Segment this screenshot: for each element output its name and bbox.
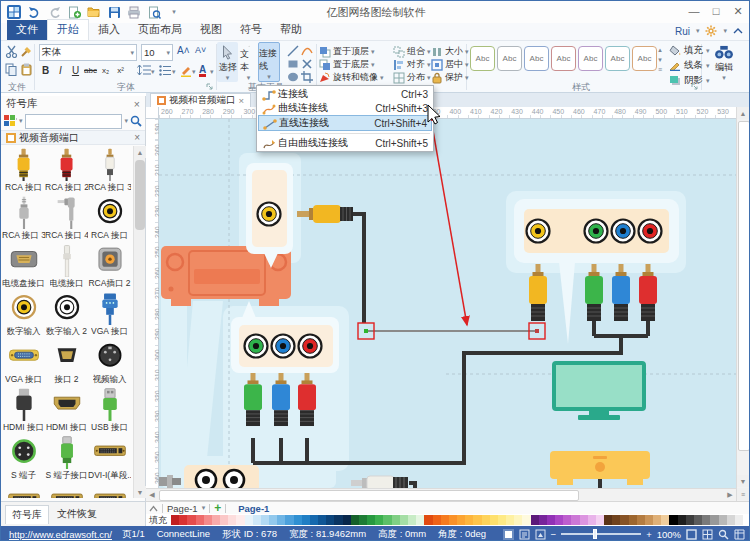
font-name-select[interactable]: 宋体▾ [39,44,137,61]
line-style-button[interactable]: 线条▾ [669,59,710,72]
edrawsoft-link[interactable]: http://www.edrawsoft.cn/ [9,529,112,540]
cut-icon[interactable] [5,45,18,58]
style-swatch-5[interactable]: Abc [605,46,630,71]
page-selector[interactable]: Page-1 [167,503,198,514]
zoom-in-button[interactable]: + [646,529,652,540]
vertical-scrollbar[interactable]: ▲ ▼ ≡ [736,107,750,501]
text-tool-button[interactable]: A 文本▾ [240,42,257,82]
menu-item-1[interactable]: 曲线连接线Ctrl+Shift+3 [258,101,432,115]
rca-socket-red[interactable] [299,335,322,358]
audio-socket-right[interactable] [224,470,244,488]
panel-close-icon[interactable]: × [134,98,140,110]
symbol-dvi-21[interactable] [2,482,45,498]
new-document-icon[interactable] [66,4,82,20]
palette-swatch-16[interactable] [302,515,310,525]
ribbon-tab-3[interactable]: 页面布局 [129,20,191,40]
palette-swatch-58[interactable] [645,515,653,525]
style-swatch-1[interactable]: Abc [497,46,522,71]
selected-connector-line[interactable] [358,323,545,339]
font-button-5[interactable]: x² [114,63,127,77]
rca-socket-blue[interactable] [272,335,295,358]
symbol-HDMI-接口[interactable]: HDMI 接口 [2,386,45,434]
palette-swatch-21[interactable] [343,515,351,525]
account-name[interactable]: Rui [675,26,690,37]
tv-socket-yellow[interactable] [527,220,550,243]
page-tab-page1[interactable]: Page-1 [230,503,277,514]
arrange-back-button[interactable]: 置于底层▾ [319,58,375,71]
symbol-HDMI-接口[interactable]: HDMI 接口 [45,386,88,434]
scroll-up-icon[interactable]: ▲ [737,107,749,119]
scroll-down-icon[interactable]: ▼ [134,486,146,498]
palette-swatch-61[interactable] [669,515,677,525]
palette-swatch-11[interactable] [261,515,269,525]
palette-swatch-0[interactable] [171,515,179,525]
palette-swatch-67[interactable] [719,515,727,525]
format-painter-icon[interactable] [20,45,33,58]
palette-swatch-10[interactable] [253,515,261,525]
palette-swatch-20[interactable] [334,515,342,525]
palette-swatch-17[interactable] [310,515,318,525]
palette-swatch-68[interactable] [727,515,735,525]
style-swatch-2[interactable]: Abc [524,46,549,71]
palette-swatch-53[interactable] [604,515,612,525]
font-button-2[interactable]: U [69,63,82,77]
zoom-slider-thumb[interactable] [593,529,597,539]
palette-swatch-2[interactable] [187,515,195,525]
open-icon[interactable] [86,4,102,20]
line-shape-icon[interactable] [287,45,299,57]
rca-socket-green[interactable] [245,335,268,358]
palette-swatch-66[interactable] [710,515,718,525]
fill-button[interactable]: 填充▾ [669,44,710,57]
ribbon-tab-1[interactable]: 开始 [47,19,89,40]
palette-swatch-64[interactable] [694,515,702,525]
symbol-S-端子[interactable]: S 端子 [2,434,45,482]
palette-swatch-25[interactable] [375,515,383,525]
symbol-RCA-接口[interactable]: RCA 接口 [88,194,131,242]
arrange-protect-button[interactable]: 保护▾ [431,71,469,84]
arrange-dist-button[interactable]: 分布▾ [393,71,431,84]
palette-swatch-33[interactable] [441,515,449,525]
symbol-接口-2[interactable]: 接口 2 [45,338,88,386]
palette-swatch-46[interactable] [547,515,555,525]
rca-plug-yellow-horizontal[interactable] [297,205,353,223]
palette-swatch-23[interactable] [359,515,367,525]
palette-swatch-24[interactable] [367,515,375,525]
arrange-size-button[interactable]: 大小▾ [431,45,469,58]
audio-socket-callout[interactable] [184,465,259,488]
zoom-level[interactable]: 100% [657,529,681,540]
rca-socket-yellow[interactable] [258,203,281,226]
palette-swatch-28[interactable] [400,515,408,525]
palette-swatch-56[interactable] [629,515,637,525]
palette-swatch-42[interactable] [514,515,522,525]
palette-swatch-27[interactable] [392,515,400,525]
drawing-canvas[interactable] [159,119,736,488]
style-dialog-launcher-icon[interactable] [691,83,698,90]
symbol-RCA-接口-4[interactable]: RCA 接口 4 [45,194,88,242]
palette-swatch-63[interactable] [686,515,694,525]
palette-swatch-35[interactable] [457,515,465,525]
ribbon-tab-4[interactable]: 视图 [191,20,231,40]
menu-item-2[interactable]: 直线连接线Ctrl+Shift+4 [258,115,432,131]
palette-swatch-29[interactable] [408,515,416,525]
app-logo-icon[interactable] [6,4,22,20]
font-button-3[interactable]: abc [84,63,97,77]
document-close-icon[interactable]: × [239,95,245,106]
fit-window-icon[interactable] [686,529,697,540]
cross-shape-icon[interactable] [301,58,313,70]
print-icon[interactable] [126,4,142,20]
palette-swatch-9[interactable] [245,515,253,525]
library-menu-icon[interactable] [4,115,17,127]
fit-page-icon[interactable] [702,529,713,540]
font-size-select[interactable]: 10▾ [141,44,173,61]
palette-swatch-52[interactable] [596,515,604,525]
edit-button[interactable]: 编辑▾ [709,42,739,82]
palette-swatch-26[interactable] [383,515,391,525]
palette-swatch-44[interactable] [531,515,539,525]
save-icon[interactable] [106,4,122,20]
collapse-pages-icon[interactable] [149,505,158,512]
arrange-group-button[interactable]: 组合▾ [393,45,431,58]
zoom-slider[interactable] [561,533,641,535]
font-color-icon[interactable]: A [199,64,206,77]
symbol-VGA-接口[interactable]: VGA 接口 [2,338,45,386]
horizontal-scrollbar-thumb[interactable] [159,490,579,501]
